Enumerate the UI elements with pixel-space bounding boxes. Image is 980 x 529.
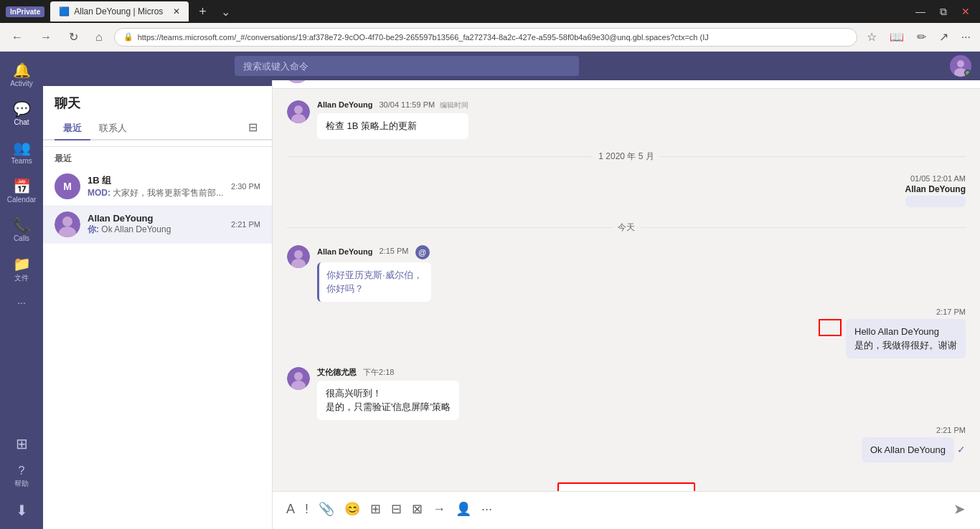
msg-bubble: 你好亚历克斯·威尔伯，你好吗？ (317, 262, 431, 302)
refresh-button[interactable]: ↻ (63, 27, 84, 47)
important-button[interactable]: ! (303, 500, 311, 519)
sidebar-item-calendar[interactable]: 📅 Calendar (3, 173, 40, 209)
msg-content-outgoing: 2:21 PM Ok Allan DeYoung ✓ (862, 426, 966, 463)
inprivate-badge: InPrivate (6, 6, 44, 17)
msg-sender: 艾伦德尤恩 下午2:18 (317, 367, 459, 378)
filter-icon[interactable]: ⊟ (245, 118, 260, 139)
chat-time: 2:30 PM (231, 182, 260, 191)
avatar: M (55, 173, 80, 199)
chat-list-tabs: 最近 联系人 ⊟ (43, 118, 272, 140)
msg-bubble: 很高兴听到！是的，只需验证'信息屏障'策略 (317, 381, 459, 420)
input-area: A ! 📎 😊 ⊞ ⊟ ⊠ → 👤 ··· ➤ (273, 491, 980, 529)
msg-bubble-outgoing (905, 196, 966, 207)
message-item: 01/05 12:01 AM Allan DeYoung (287, 174, 966, 207)
msg-content: Allan DeYoung 30/04 11:59 PM 编辑时间 检查 1B … (317, 100, 468, 139)
help-icon: ? (19, 465, 25, 477)
message-item: 2:17 PM Hello Allan DeYoung是的，我做得很好。谢谢 (287, 308, 966, 358)
chat-list-header: 聊天 最近 联系人 ⊟ (43, 86, 272, 147)
msg-content-outgoing: 2:17 PM Hello Allan DeYoung是的，我做得很好。谢谢 (819, 308, 966, 358)
chat-name: 1B 组 (88, 174, 224, 187)
teams-icon: 👥 (13, 140, 31, 155)
chat-info: 1B 组 MOD: 大家好，我将更新零售前部... (88, 174, 224, 199)
send-area: ➤ (951, 497, 969, 520)
minimize-button[interactable]: — (911, 4, 930, 19)
msg-bubble-outgoing: Hello Allan DeYoung是的，我做得很好。谢谢 (846, 319, 966, 358)
browser-tab[interactable]: 🟦 Allan DeYoung | Micros ✕ (50, 1, 189, 22)
search-input[interactable] (235, 56, 579, 76)
calls-icon: 📞 (13, 218, 31, 232)
home-button[interactable]: ⌂ (90, 28, 108, 47)
message-item: 2:21 PM Ok Allan DeYoung ✓ (287, 426, 966, 463)
attach-button[interactable]: 📎 (316, 499, 336, 519)
giphy-button[interactable]: ⊞ (368, 499, 383, 519)
input-toolbar: A ! 📎 😊 ⊞ ⊟ ⊠ → 👤 ··· ➤ (284, 497, 969, 520)
sidebar-item-download[interactable]: ⬇ (3, 497, 40, 523)
msg-avatar (287, 245, 310, 268)
chat-list-panel: 🟦 Microsoft Teams ⤢ 聊天 最近 联系人 ⊟ 最近 M 1B … (43, 52, 273, 529)
schedule-button[interactable]: ⊠ (410, 499, 425, 519)
close-button[interactable]: ✕ (957, 4, 974, 19)
restore-button[interactable]: ⧉ (936, 4, 951, 19)
user-avatar[interactable] (950, 55, 971, 77)
sidebar-item-more[interactable]: ··· (3, 292, 40, 313)
date-divider: 今天 (287, 221, 966, 234)
back-button[interactable]: ← (6, 28, 29, 47)
svg-point-16 (957, 60, 964, 67)
sidebar-item-files[interactable]: 📁 文件 (3, 251, 40, 289)
new-tab-icon[interactable]: + (194, 3, 211, 21)
address-bar[interactable]: 🔒 https://teams.microsoft.com/_#/convers… (114, 28, 857, 47)
search-container (235, 56, 579, 76)
sidebar-item-help[interactable]: ? 帮助 (3, 459, 40, 495)
msg-sender: Allan DeYoung 2:15 PM @ (317, 245, 431, 259)
msg-content-outgoing: 01/05 12:01 AM Allan DeYoung (905, 174, 966, 207)
sidebar-item-teams[interactable]: 👥 Teams (3, 135, 40, 171)
browser-toolbar: ← → ↻ ⌂ 🔒 https://teams.microsoft.com/_#… (0, 23, 980, 52)
messages-area[interactable]: Allan DeYoung 30/04 11:59 PM 编辑时间 检查 1B … (273, 89, 980, 491)
msg-content: Allan DeYoung 2:15 PM @ 你好亚历克斯·威尔伯，你好吗？ (317, 245, 431, 302)
calendar-icon: 📅 (13, 179, 31, 194)
sticker-button[interactable]: ⊟ (389, 499, 404, 519)
share-icon[interactable]: ↗ (936, 29, 952, 45)
disabled-notice-container: 管理员已为此用户禁用聊天 (287, 477, 966, 491)
msg-bubble-outgoing: Ok Allan DeYoung (862, 437, 954, 463)
msg-sender: Allan DeYoung 30/04 11:59 PM 编辑时间 (317, 100, 468, 110)
message-item: Allan DeYoung 30/04 11:59 PM 编辑时间 检查 1B … (287, 100, 762, 139)
send-checkmark-icon: ✓ (957, 444, 966, 455)
read-icon[interactable]: 📖 (886, 29, 908, 45)
format-text-button[interactable]: A (284, 500, 297, 519)
settings-icon[interactable]: ··· (958, 29, 974, 45)
apps-icon: ⊞ (16, 437, 28, 451)
sidebar-item-apps[interactable]: ⊞ (3, 431, 40, 457)
forward-button[interactable]: → (34, 28, 57, 47)
app-top-header (43, 52, 980, 80)
pen-icon[interactable]: ✏ (913, 29, 930, 45)
chat-icon: 💬 (13, 102, 31, 116)
msg-bubble: 检查 1B 策略上的更新 (317, 113, 468, 139)
tab-contacts[interactable]: 联系人 (90, 118, 136, 140)
favorites-icon[interactable]: ☆ (863, 29, 880, 45)
sidebar-item-activity[interactable]: 🔔 Activity (3, 57, 40, 93)
more-tools-button[interactable]: ··· (479, 500, 494, 519)
like-button[interactable]: → (430, 500, 448, 519)
red-box-message-button[interactable] (819, 319, 842, 336)
sidebar-item-calls[interactable]: 📞 Calls (3, 212, 40, 248)
more-icon: ··· (17, 297, 26, 308)
tab-dropdown-icon[interactable]: ⌄ (217, 4, 235, 20)
avatar (55, 211, 80, 237)
list-item[interactable]: Allan DeYoung 你: Ok Allan DeYoung 2:21 P… (43, 206, 272, 244)
list-item[interactable]: M 1B 组 MOD: 大家好，我将更新零售前部... 2:30 PM (43, 168, 272, 206)
send-button[interactable]: ➤ (951, 497, 969, 520)
app-container: 🔔 Activity 💬 Chat 👥 Teams 📅 Calendar 📞 C… (0, 52, 980, 529)
msg-content: 艾伦德尤恩 下午2:18 很高兴听到！是的，只需验证'信息屏障'策略 (317, 367, 459, 420)
close-tab-icon[interactable]: ✕ (173, 6, 180, 16)
disabled-notice: 管理员已为此用户禁用聊天 (557, 482, 695, 491)
chat-info: Allan DeYoung 你: Ok Allan DeYoung (88, 213, 224, 236)
svg-point-13 (294, 372, 303, 381)
message-item: Allan DeYoung 2:15 PM @ 你好亚历克斯·威尔伯，你好吗？ (287, 245, 762, 302)
files-icon: 📁 (13, 257, 31, 271)
contacts-button[interactable]: 👤 (453, 499, 473, 519)
sidebar-item-chat[interactable]: 💬 Chat (3, 96, 40, 132)
tab-recent[interactable]: 最近 (55, 118, 90, 140)
recent-label: 最近 (43, 147, 272, 168)
emoji-button[interactable]: 😊 (342, 499, 362, 519)
